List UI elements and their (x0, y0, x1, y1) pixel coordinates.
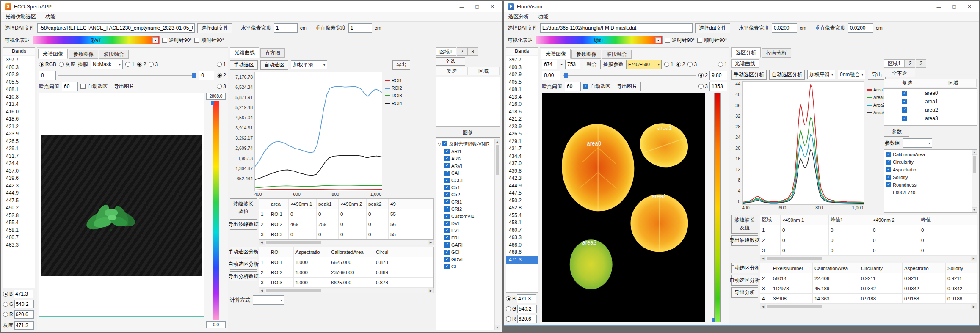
tree-root-checkbox[interactable] (442, 141, 447, 146)
view-mode-2-radio[interactable]: 2 (676, 61, 685, 67)
h-pixel-width-input[interactable] (274, 23, 298, 33)
band-item[interactable]: 439.6 (506, 168, 538, 175)
horizontal-scrollbar[interactable]: ◀ ▶ (259, 240, 434, 245)
band-item[interactable]: 413.4 (3, 101, 35, 108)
mask-param-dropdown[interactable]: F740/F690▾ (626, 60, 662, 69)
index-checkbox[interactable] (444, 242, 450, 248)
scroll-left-icon[interactable]: ◀ (760, 256, 766, 261)
index-checkbox-item[interactable]: ARVI (438, 162, 494, 169)
rotate-ccw-checkbox[interactable]: 逆时针90° (665, 37, 695, 44)
band-item[interactable]: 437.0 (506, 160, 538, 168)
parameter-checkbox[interactable] (886, 152, 891, 157)
display-3-radio[interactable]: 3 (217, 83, 226, 89)
index-checkbox[interactable] (444, 199, 450, 204)
peak-table-row[interactable]: 3ROI3000055 (259, 229, 433, 239)
index-checkbox[interactable] (444, 163, 450, 168)
param-group-dropdown[interactable]: ▾ (903, 138, 932, 148)
scroll-left-icon[interactable]: ◀ (259, 288, 265, 293)
band-item[interactable]: 431.7 (506, 145, 538, 153)
horizontal-scrollbar[interactable]: ◀ ▶ (760, 304, 977, 309)
peak-table[interactable]: area<490nm 1peak1<490nm 2peak249 1ROI100… (259, 198, 434, 240)
band-item[interactable]: 400.3 (506, 64, 538, 72)
region-list-item[interactable]: area2 (884, 106, 977, 114)
band-item[interactable]: 421.2 (3, 123, 35, 131)
channel-row[interactable]: G (3, 299, 35, 309)
manual-region-analysis-button[interactable]: 手动选区分析 (731, 263, 758, 273)
auto-select-button[interactable]: 自动选区 (260, 60, 288, 70)
scroll-left-icon[interactable]: ◀ (259, 240, 265, 245)
export-image-button[interactable]: 导出图片 (110, 82, 138, 91)
horizontal-scrollbar[interactable]: ◀ ▶ (760, 256, 977, 261)
band-item[interactable]: 400.3 (3, 64, 35, 72)
region-tab-3[interactable]: 3 (467, 47, 478, 56)
band-item[interactable]: 450.2 (506, 197, 538, 205)
band-item[interactable]: 463.3 (3, 242, 35, 249)
horizontal-scrollbar[interactable]: ◀ ▶ (259, 288, 434, 293)
parameter-item[interactable]: Circularity (886, 158, 972, 166)
index-checkbox[interactable] (444, 206, 450, 212)
band-item[interactable]: 444.9 (506, 182, 538, 190)
band-item[interactable]: 439.6 (3, 175, 35, 182)
export-image-button[interactable]: 导出图片 (613, 82, 641, 91)
index-checkbox-item[interactable]: CustomVI1 (438, 212, 494, 220)
band-item[interactable]: 452.8 (506, 204, 538, 212)
auto-region-analysis-button[interactable]: 自动选区分析 (769, 70, 805, 80)
region-checkbox[interactable] (902, 91, 907, 96)
region-list-item[interactable]: area0 (884, 89, 977, 97)
colormap-select[interactable]: 绿红 ▾ (536, 36, 663, 44)
region-tab-1[interactable]: 区域1 (884, 59, 905, 68)
channel-radio[interactable] (3, 302, 8, 307)
scrollbar-thumb[interactable] (767, 257, 822, 260)
threshold-slider[interactable] (58, 72, 196, 79)
band-item[interactable]: 418.6 (3, 116, 35, 123)
parameter-item[interactable]: CalibrationArea (886, 151, 972, 158)
band-item[interactable]: 463.3 (506, 234, 538, 242)
vertical-scrollbar[interactable]: ▲ ▼ (494, 139, 500, 330)
analysis-table-row[interactable]: 43590814.3630.91880.91880.9188 (760, 294, 977, 304)
analysis-table-row[interactable]: 2ROI21.00023769.0000.889 (259, 267, 433, 278)
auto-select-checkbox[interactable]: 自动选区 (80, 83, 108, 90)
tab-band-fusion[interactable]: 波段融合 (99, 50, 129, 59)
scroll-right-icon[interactable]: ▶ (971, 304, 977, 309)
view-mode-2-radio[interactable]: 2 (137, 61, 146, 67)
band-item[interactable]: 434.4 (3, 160, 35, 168)
band-item[interactable]: 468.6 (506, 249, 538, 256)
rotate-ccw-checkbox[interactable]: 逆时针90° (162, 37, 192, 44)
peak-table-row[interactable]: 1ROI1000055 (259, 209, 433, 219)
threshold-max-input[interactable] (709, 71, 727, 80)
index-checkbox[interactable] (444, 156, 450, 161)
band-item[interactable]: 402.9 (3, 71, 35, 79)
tab-parameter-image[interactable]: 参数图像 (571, 50, 601, 59)
region-tab-1[interactable]: 区域1 (436, 47, 456, 56)
auto-region-analysis-button[interactable]: 自动选区分析 (230, 259, 257, 270)
scroll-left-icon[interactable]: ◀ (760, 304, 766, 309)
scroll-up-icon[interactable]: ▲ (972, 150, 977, 155)
analysis-table-row[interactable]: 3ROI31.0006625.0000.878 (259, 278, 433, 288)
slider-handle[interactable] (564, 73, 568, 78)
choose-dat-button[interactable]: 选择dat文件 (695, 23, 730, 33)
band-item[interactable]: 444.9 (3, 190, 35, 197)
region-tab-2[interactable]: 2 (905, 59, 916, 68)
analysis-table-row[interactable]: 1ROI11.0006625.0000.878 (259, 257, 433, 267)
channel-row[interactable]: G (506, 304, 538, 314)
index-checkbox[interactable] (444, 192, 450, 197)
band-item[interactable]: 421.2 (506, 116, 538, 123)
display-2-radio[interactable]: 2 (698, 72, 708, 78)
channel-radio[interactable] (506, 296, 511, 301)
analysis-table-row[interactable]: 25601422.4060.92110.92110.9211 (760, 273, 977, 283)
choose-dat-button[interactable]: 选择dat文件 (197, 23, 232, 33)
tab-parameter-image[interactable]: 参数图像 (69, 50, 98, 59)
channel-band-input[interactable] (14, 310, 34, 319)
colorbar-max-input[interactable] (709, 82, 727, 91)
maximize-button[interactable]: ▢ (947, 2, 962, 12)
smoothing-dropdown[interactable]: 加权平滑▾ (807, 70, 835, 79)
region-list[interactable] (436, 77, 500, 127)
chevron-down-icon[interactable]: ▾ (152, 37, 158, 43)
channel-radio[interactable] (3, 292, 8, 297)
band-item[interactable]: 423.9 (3, 130, 35, 138)
display-1-radio[interactable]: 1 (217, 61, 226, 67)
slider-handle[interactable] (192, 73, 196, 78)
peak-table[interactable]: 区域<490nm 1峰值1<490nm 2峰值 10000 20000 (760, 215, 977, 256)
export-peak-data-button[interactable]: 导出波峰数据 (230, 219, 257, 230)
scrollbar-thumb[interactable] (973, 156, 976, 173)
